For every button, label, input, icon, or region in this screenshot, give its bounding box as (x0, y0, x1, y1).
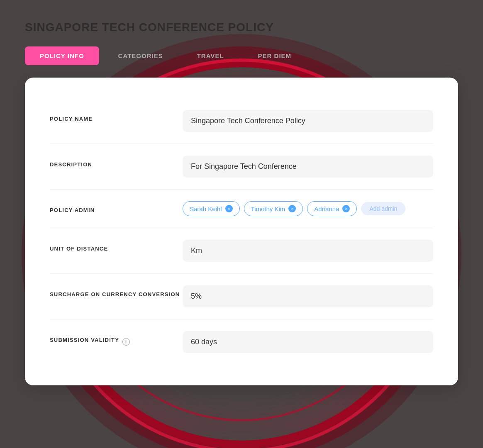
submission-validity-label: Submission Validity i (50, 331, 183, 346)
unit-distance-input[interactable] (183, 240, 433, 262)
policy-name-input[interactable] (183, 110, 433, 132)
surcharge-input[interactable] (183, 285, 433, 307)
info-icon[interactable]: i (122, 338, 130, 346)
admin-name-adrianna: Adrianna (314, 205, 339, 212)
policy-name-row: Policy Name (50, 98, 433, 144)
policy-admin-row: Policy Admin Sarah Keihl × Timothy Kim × (50, 190, 433, 228)
admin-name-timothy: Timothy Kim (251, 205, 285, 212)
tab-policy-info[interactable]: Policy Info (25, 46, 99, 65)
description-row: Description (50, 144, 433, 190)
admin-tags: Sarah Keihl × Timothy Kim × Adrianna (183, 201, 433, 216)
admin-tag-sarah: Sarah Keihl × (183, 201, 240, 216)
unit-distance-row: Unit Of Distance (50, 228, 433, 274)
unit-distance-label: Unit Of Distance (50, 240, 183, 252)
submission-validity-row: Submission Validity i (50, 319, 433, 365)
admin-tag-timothy: Timothy Kim × (244, 201, 303, 216)
remove-adrianna-button[interactable]: × (342, 205, 350, 212)
admin-tag-adrianna: Adrianna × (307, 201, 357, 216)
admin-name-sarah: Sarah Keihl (190, 205, 222, 212)
submission-validity-input[interactable] (183, 331, 433, 353)
page-title: Singapore Tech Conference Policy (25, 21, 458, 34)
surcharge-label: Surcharge On Currency Conversion (50, 285, 183, 297)
description-input[interactable] (183, 156, 433, 178)
tab-categories[interactable]: Categories (103, 46, 178, 65)
policy-name-label: Policy Name (50, 110, 183, 122)
remove-sarah-button[interactable]: × (225, 205, 233, 212)
tab-travel[interactable]: Travel (182, 46, 239, 65)
tabs-bar: Policy Info Categories Travel Per Diem (25, 46, 458, 65)
add-admin-button[interactable]: Add admin (361, 202, 405, 215)
policy-admin-label: Policy Admin (50, 201, 183, 213)
tab-per-diem[interactable]: Per Diem (243, 46, 307, 65)
remove-timothy-button[interactable]: × (288, 205, 296, 212)
description-label: Description (50, 156, 183, 168)
surcharge-row: Surcharge On Currency Conversion (50, 274, 433, 319)
policy-form-card: Policy Name Description Policy Admin (25, 78, 458, 385)
